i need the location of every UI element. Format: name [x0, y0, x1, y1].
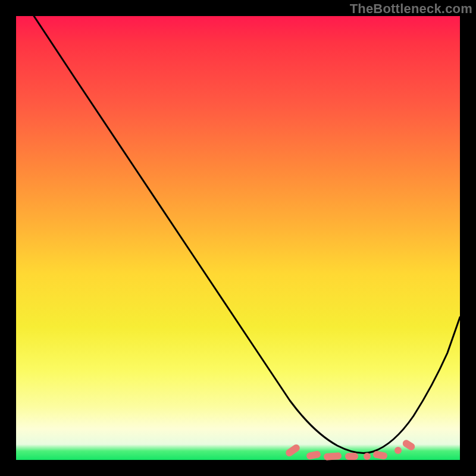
watermark-text: TheBottleneck.com — [350, 1, 472, 17]
chart-frame: TheBottleneck.com — [0, 0, 476, 476]
marker-5 — [364, 453, 371, 460]
plot-area — [16, 16, 460, 460]
marker-7 — [394, 447, 402, 454]
marker-4 — [345, 453, 358, 460]
marker-3 — [324, 452, 342, 461]
bottleneck-curve — [34, 16, 460, 453]
curve-svg — [16, 16, 460, 460]
